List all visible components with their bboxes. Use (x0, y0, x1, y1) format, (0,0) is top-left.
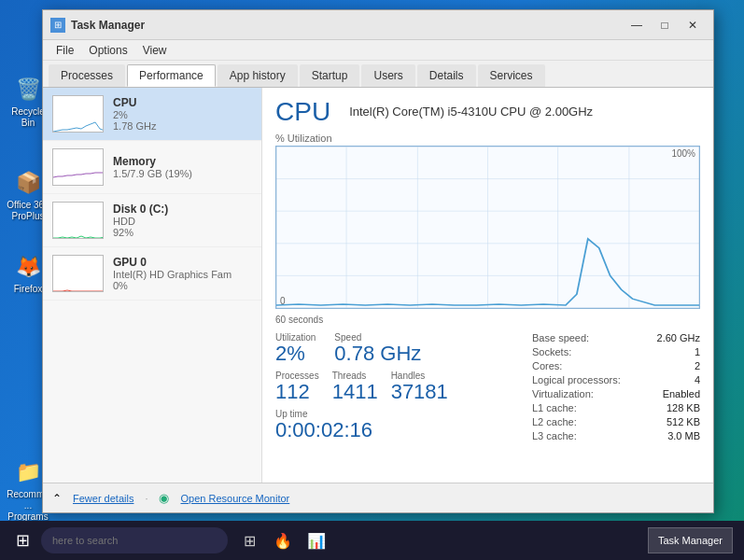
sidebar-item-memory[interactable]: Memory 1.5/7.9 GB (19%) (43, 141, 261, 194)
chart-min: 0 (280, 296, 286, 306)
task-manager-window: ⊞ Task Manager — □ ✕ File Options View P… (42, 9, 714, 513)
gpu-sidebar-info: GPU 0 Intel(R) HD Graphics Fam 0% (113, 256, 252, 291)
memory-sidebar-info: Memory 1.5/7.9 GB (19%) (113, 155, 252, 179)
utilization-label: % Utilization (275, 133, 700, 144)
speed-stat: Speed 0.78 GHz (334, 332, 421, 365)
firefox-icon: 🦊 (13, 252, 43, 282)
menu-bar: File Options View (43, 40, 713, 61)
gpu-usage: 0% (113, 280, 252, 291)
cpu-chart: 100% (275, 146, 700, 309)
primary-stats: Utilization 2% Speed 0.78 GHz (275, 332, 448, 365)
sockets-key: Sockets: (532, 346, 571, 357)
chart-max: 100% (671, 148, 695, 159)
l2-val: 512 KB (667, 416, 700, 427)
tab-app-history[interactable]: App history (218, 64, 298, 87)
taskbar-icon-1[interactable]: ⊞ (235, 524, 263, 557)
window-title: Task Manager (71, 19, 624, 32)
l2-key: L2 cache: (532, 416, 577, 427)
taskbar: ⊞ ⊞ 🔥 📊 Task Manager (0, 521, 744, 560)
cpu-utilization: 2% (113, 109, 252, 120)
tab-performance[interactable]: Performance (127, 64, 216, 87)
task-manager-taskbar-label: Task Manager (658, 535, 723, 546)
tab-details[interactable]: Details (417, 64, 476, 87)
uptime-stat: Up time 0:00:02:16 (275, 409, 448, 441)
threads-stat: Threads 1411 (332, 371, 378, 403)
gpu-label: GPU 0 (113, 256, 252, 269)
base-speed-val: 2.60 GHz (657, 332, 700, 343)
main-panel: CPU Intel(R) Core(TM) i5-4310U CPU @ 2.0… (262, 88, 713, 483)
tab-users[interactable]: Users (361, 64, 414, 87)
disk-label: Disk 0 (C:) (113, 203, 252, 216)
l1-val: 128 KB (667, 402, 700, 413)
taskbar-icon-3[interactable]: 📊 (302, 524, 330, 557)
logical-key: Logical processors: (532, 374, 621, 385)
desktop: 🗑️ Recycle Bin 📦 Office 365ProPlus 🦊 Fir… (0, 0, 744, 560)
sidebar-item-gpu[interactable]: GPU 0 Intel(R) HD Graphics Fam 0% (43, 247, 261, 301)
base-speed-key: Base speed: (532, 332, 589, 343)
utilization-stat: Utilization 2% (275, 332, 316, 365)
cpu-speed: 1.78 GHz (113, 120, 252, 132)
chart-time-label: 60 seconds (275, 315, 700, 325)
taskbar-search[interactable] (41, 527, 228, 553)
close-button[interactable]: ✕ (680, 15, 706, 35)
up-chevron-icon: ⌃ (52, 492, 62, 505)
l2-row: L2 cache: 512 KB (532, 416, 700, 427)
threads-value: 1411 (332, 381, 378, 403)
cores-row: Cores: 2 (532, 360, 700, 371)
menu-file[interactable]: File (49, 42, 81, 59)
l3-val: 3.0 MB (667, 430, 700, 441)
disk-usage: 92% (113, 227, 252, 238)
resource-monitor-icon: ◉ (159, 491, 169, 505)
sidebar-item-cpu[interactable]: CPU 2% 1.78 GHz (43, 88, 261, 141)
panel-title: CPU (275, 97, 330, 127)
cores-key: Cores: (532, 360, 562, 371)
window-controls: — □ ✕ (624, 15, 706, 35)
memory-label: Memory (113, 155, 252, 168)
virtualization-row: Virtualization: Enabled (532, 388, 700, 399)
recycle-bin-icon: 🗑️ (13, 75, 43, 105)
title-bar: ⊞ Task Manager — □ ✕ (43, 10, 713, 40)
start-button[interactable]: ⊞ (4, 524, 41, 557)
tab-bar: Processes Performance App history Startu… (43, 61, 713, 88)
menu-options[interactable]: Options (81, 42, 134, 59)
menu-view[interactable]: View (135, 42, 175, 59)
cpu-sidebar-info: CPU 2% 1.78 GHz (113, 96, 252, 132)
virtualization-key: Virtualization: (532, 388, 594, 399)
l3-key: L3 cache: (532, 430, 577, 441)
panel-header: CPU Intel(R) Core(TM) i5-4310U CPU @ 2.0… (275, 97, 700, 127)
sockets-row: Sockets: 1 (532, 346, 700, 357)
bottom-separator: · (145, 493, 147, 504)
logical-row: Logical processors: 4 (532, 374, 700, 385)
gpu-mini-chart (52, 255, 104, 292)
sidebar-item-disk[interactable]: Disk 0 (C:) HDD 92% (43, 194, 261, 247)
tab-processes[interactable]: Processes (49, 64, 125, 87)
virtualization-val: Enabled (663, 388, 700, 399)
l1-key: L1 cache: (532, 402, 577, 413)
l3-row: L3 cache: 3.0 MB (532, 430, 700, 441)
sidebar: CPU 2% 1.78 GHz Memory 1.5/7.9 GB (19%) (43, 88, 262, 483)
secondary-stats: Processes 112 Threads 1411 Handles 37181 (275, 371, 448, 403)
office-icon: 📦 (13, 168, 43, 198)
taskbar-icon-2[interactable]: 🔥 (269, 524, 297, 557)
panel-processor: Intel(R) Core(TM) i5-4310U CPU @ 2.00GHz (349, 97, 593, 119)
fewer-details-link[interactable]: Fewer details (73, 493, 133, 504)
minimize-button[interactable]: — (624, 15, 650, 35)
taskbar-task-manager-button[interactable]: Task Manager (648, 527, 733, 553)
disk-type: HDD (113, 216, 252, 227)
speed-stat-value: 0.78 GHz (334, 343, 421, 365)
logical-val: 4 (695, 374, 700, 385)
content-area: CPU 2% 1.78 GHz Memory 1.5/7.9 GB (19%) (43, 88, 713, 483)
open-resource-monitor-link[interactable]: Open Resource Monitor (180, 493, 289, 504)
tab-services[interactable]: Services (478, 64, 545, 87)
base-speed-row: Base speed: 2.60 GHz (532, 332, 700, 343)
cpu-info-panel: Base speed: 2.60 GHz Sockets: 1 Cores: 2 (532, 332, 700, 446)
maximize-button[interactable]: □ (652, 15, 678, 35)
cpu-label: CPU (113, 96, 252, 109)
title-bar-icon: ⊞ (50, 18, 65, 33)
disk-mini-chart (52, 202, 104, 239)
memory-usage: 1.5/7.9 GB (19%) (113, 168, 252, 179)
tab-startup[interactable]: Startup (300, 64, 360, 87)
utilization-stat-value: 2% (275, 343, 316, 365)
processes-value: 112 (275, 381, 319, 403)
processes-stat: Processes 112 (275, 371, 319, 403)
